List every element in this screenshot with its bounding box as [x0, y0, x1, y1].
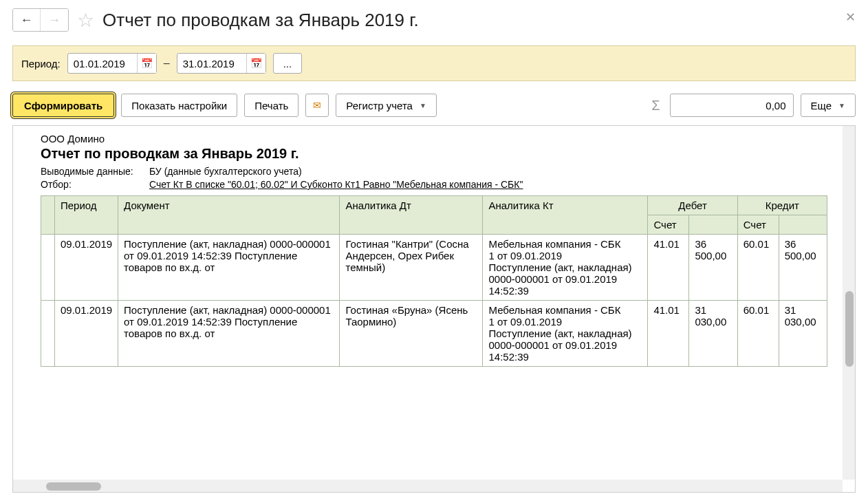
period-label: Период:	[21, 58, 61, 69]
expand-cell	[41, 301, 55, 367]
expand-col	[41, 196, 55, 235]
col-debit-acct: Счет	[648, 215, 689, 235]
cell-debit-sum: 36 500,00	[689, 235, 737, 301]
close-icon[interactable]: ✕	[845, 10, 856, 25]
meta-filter-value: Счет Кт В списке "60.01; 60.02" И Субкон…	[149, 179, 523, 190]
table-row[interactable]: 09.01.2019Поступление (акт, накладная) 0…	[41, 301, 827, 367]
cell-analytics-kt: Мебельная компания - СБК 1 от 09.01.2019…	[483, 301, 648, 367]
horizontal-scrollbar[interactable]	[13, 480, 843, 492]
back-button[interactable]: ←	[13, 9, 41, 31]
calendar-icon[interactable]: 📅	[246, 54, 265, 73]
cell-document: Поступление (акт, накладная) 0000-000001…	[118, 235, 340, 301]
report-scroll[interactable]: ООО Домино Отчет по проводкам за Январь …	[13, 126, 855, 492]
table-header-row: Период Документ Аналитика Дт Аналитика К…	[41, 196, 827, 215]
col-document: Документ	[118, 196, 340, 235]
col-credit: Кредит	[737, 196, 827, 215]
cell-period: 09.01.2019	[55, 235, 118, 301]
report-table: Период Документ Аналитика Дт Аналитика К…	[41, 195, 827, 367]
cell-analytics-dt: Гостиная "Кантри" (Сосна Андерсен, Орех …	[340, 235, 483, 301]
sum-field[interactable]	[670, 94, 794, 117]
toolbar: Сформировать Показать настройки Печать ✉…	[12, 94, 856, 117]
dash-separator: –	[164, 57, 170, 69]
page-title: Отчет по проводкам за Январь 2019 г.	[102, 10, 419, 31]
cell-debit-acct: 41.01	[648, 235, 689, 301]
meta-filter-label: Отбор:	[41, 179, 144, 190]
cell-credit-sum: 36 500,00	[779, 235, 827, 301]
date-from-field: 📅	[67, 53, 157, 74]
favorite-star-icon[interactable]: ☆	[77, 9, 94, 32]
meta-data-value: БУ (данные бухгалтерского учета)	[149, 166, 302, 177]
expand-cell	[41, 235, 55, 301]
cell-debit-sum: 31 030,00	[689, 301, 737, 367]
cell-analytics-kt: Мебельная компания - СБК 1 от 09.01.2019…	[483, 235, 648, 301]
meta-data-label: Выводимые данные:	[41, 166, 144, 177]
cell-credit-acct: 60.01	[737, 235, 779, 301]
forward-button[interactable]: →	[41, 9, 68, 31]
period-bar: Период: 📅 – 📅 ...	[12, 45, 856, 81]
more-button[interactable]: Еще▼	[801, 94, 856, 117]
col-debit: Дебет	[648, 196, 737, 215]
col-analytics-kt: Аналитика Кт	[483, 196, 648, 235]
scrollbar-thumb[interactable]	[845, 291, 854, 367]
envelope-icon: ✉	[313, 100, 321, 111]
table-row[interactable]: 09.01.2019Поступление (акт, накладная) 0…	[41, 235, 827, 301]
report-title: Отчет по проводкам за Январь 2019 г.	[41, 146, 827, 162]
show-settings-button[interactable]: Показать настройки	[121, 94, 237, 117]
chevron-down-icon: ▼	[838, 102, 845, 109]
period-picker-button[interactable]: ...	[273, 53, 303, 74]
print-button[interactable]: Печать	[244, 94, 299, 117]
date-from-input[interactable]	[68, 55, 137, 72]
email-button[interactable]: ✉	[305, 94, 329, 117]
register-button[interactable]: Регистр учета▼	[336, 94, 437, 117]
cell-analytics-dt: Гостиная «Бруна» (Ясень Таормино)	[340, 301, 483, 367]
register-label: Регистр учета	[346, 100, 413, 111]
calendar-icon[interactable]: 📅	[137, 54, 156, 73]
cell-period: 09.01.2019	[55, 301, 118, 367]
more-label: Еще	[811, 100, 832, 111]
col-period: Период	[55, 196, 118, 235]
report-container: ООО Домино Отчет по проводкам за Январь …	[12, 125, 856, 493]
vertical-scrollbar[interactable]	[843, 126, 855, 480]
cell-document: Поступление (акт, накладная) 0000-000001…	[118, 301, 340, 367]
cell-credit-sum: 31 030,00	[779, 301, 827, 367]
org-name: ООО Домино	[41, 133, 827, 145]
report-header: ООО Домино Отчет по проводкам за Январь …	[41, 133, 827, 190]
cell-debit-acct: 41.01	[648, 301, 689, 367]
col-debit-sum	[689, 215, 737, 235]
date-to-input[interactable]	[177, 55, 246, 72]
col-credit-sum	[779, 215, 827, 235]
date-to-field: 📅	[177, 53, 266, 74]
sigma-icon: Σ	[651, 98, 660, 114]
cell-credit-acct: 60.01	[737, 301, 779, 367]
chevron-down-icon: ▼	[420, 102, 426, 109]
nav-buttons: ← →	[12, 8, 69, 32]
generate-button[interactable]: Сформировать	[12, 94, 114, 117]
col-credit-acct: Счет	[737, 215, 779, 235]
scrollbar-thumb[interactable]	[46, 482, 101, 491]
col-analytics-dt: Аналитика Дт	[340, 196, 483, 235]
